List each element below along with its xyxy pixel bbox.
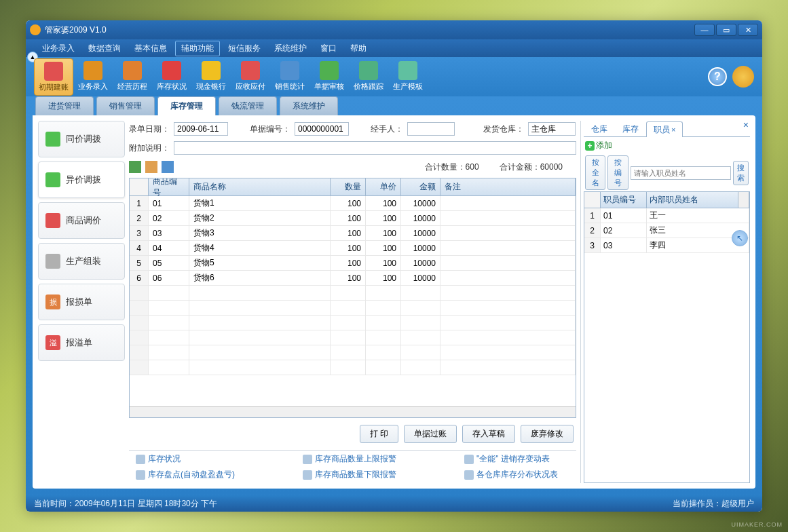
- action-row: 打 印 单据过账 存入草稿 废弃修改: [129, 421, 576, 447]
- main-tab-3[interactable]: 钱流管理: [219, 96, 277, 115]
- minimize-button[interactable]: —: [694, 24, 715, 36]
- grid-scrollbar[interactable]: [130, 406, 576, 417]
- menu-item-5[interactable]: 系统维护: [269, 41, 312, 56]
- help-button[interactable]: ?: [708, 67, 727, 86]
- main-tab-0[interactable]: 进货管理: [35, 96, 94, 115]
- grid-icon[interactable]: [129, 161, 141, 173]
- rp-col-index[interactable]: [584, 192, 601, 208]
- tab-close-icon[interactable]: ×: [671, 126, 675, 134]
- menu-item-7[interactable]: 帮助: [345, 41, 372, 56]
- col-code[interactable]: 商品编号: [149, 178, 189, 195]
- table-row[interactable]: 101货物110010010000: [130, 196, 576, 211]
- toolbar-button-9[interactable]: 生产模板: [388, 58, 428, 96]
- toolbar-icon: [320, 61, 339, 80]
- col-note[interactable]: 备注: [440, 178, 576, 195]
- table-row[interactable]: [130, 316, 576, 330]
- titlebar[interactable]: 管家婆2009 V1.0 — ▭ ✕: [26, 20, 762, 39]
- search-input[interactable]: [631, 166, 731, 180]
- sidebar-item-0[interactable]: 同价调拨: [38, 121, 125, 157]
- link-item[interactable]: "全能" 进销存变动表: [464, 453, 558, 465]
- rp-col-code[interactable]: 职员编号: [601, 192, 647, 208]
- sidebar-item-3[interactable]: 生产组装: [38, 243, 125, 280]
- staff-grid: 职员编号 内部职员姓名 101王一202张三303李四 ↖: [584, 191, 750, 483]
- grid-body[interactable]: 101货物110010010000202货物210010010000303货物3…: [130, 196, 576, 406]
- draft-button[interactable]: 存入草稿: [462, 425, 515, 443]
- toolbar-button-3[interactable]: 库存状况: [152, 58, 191, 96]
- handler-input[interactable]: [407, 122, 455, 136]
- table-row[interactable]: [130, 301, 576, 316]
- link-icon: [303, 470, 312, 480]
- sidebar-item-2[interactable]: 商品调价: [38, 202, 125, 239]
- date-input[interactable]: [174, 122, 228, 136]
- print-button[interactable]: 打 印: [360, 425, 398, 443]
- rp-tab-0[interactable]: 仓库: [584, 121, 615, 136]
- toolbar-button-6[interactable]: 销售统计: [270, 58, 309, 96]
- main-tabs: 进货管理销售管理库存管理钱流管理系统维护: [33, 96, 755, 115]
- toolbar-button-8[interactable]: 价格跟踪: [349, 58, 388, 96]
- menu-item-3[interactable]: 辅助功能: [175, 41, 220, 56]
- table-row[interactable]: [130, 286, 576, 301]
- toolbar-button-2[interactable]: 经营历程: [113, 58, 152, 96]
- link-item[interactable]: 各仓库库存分布状况表: [464, 469, 558, 480]
- staff-row[interactable]: 202张三: [584, 223, 749, 238]
- rp-col-name[interactable]: 内部职员姓名: [647, 192, 738, 208]
- table-row[interactable]: [130, 345, 576, 360]
- link-icon: [303, 455, 312, 464]
- sidebar-item-1[interactable]: 异价调拨: [38, 162, 125, 198]
- filter-fullname-button[interactable]: 按全名: [585, 155, 605, 190]
- rp-tab-1[interactable]: 库存: [615, 121, 646, 136]
- table-row[interactable]: 505货物510010010000: [130, 256, 576, 271]
- table-row[interactable]: 202货物210010010000: [130, 211, 576, 226]
- discard-button[interactable]: 废弃修改: [521, 425, 574, 443]
- toolbar-button-4[interactable]: 现金银行: [191, 58, 231, 96]
- filter-code-button[interactable]: 按编号: [607, 155, 628, 190]
- col-amount[interactable]: 金额: [401, 178, 440, 195]
- main-tab-2[interactable]: 库存管理: [157, 96, 216, 115]
- table-row[interactable]: [130, 330, 576, 345]
- menu-item-2[interactable]: 基本信息: [129, 41, 172, 56]
- table-row[interactable]: 606货物610010010000: [130, 271, 576, 286]
- col-index[interactable]: [130, 178, 149, 195]
- menu-item-6[interactable]: 窗口: [315, 41, 342, 56]
- toolbar-button-7[interactable]: 单据审核: [309, 58, 349, 96]
- table-row[interactable]: [130, 360, 576, 375]
- person-icon[interactable]: [162, 161, 174, 173]
- col-price[interactable]: 单价: [366, 178, 401, 195]
- sidebar-icon: [45, 254, 60, 269]
- staff-row[interactable]: 303李四: [584, 238, 749, 253]
- sidebar-item-4[interactable]: 损报损单: [38, 284, 125, 320]
- add-button[interactable]: + 添加: [585, 140, 612, 151]
- link-item[interactable]: 库存盘点(自动盘盈盘亏): [136, 469, 235, 480]
- rp-tab-2[interactable]: 职员 ×: [646, 121, 683, 137]
- panel-close-icon[interactable]: ×: [743, 119, 749, 130]
- search-button[interactable]: 搜索: [733, 161, 749, 185]
- menu-item-0[interactable]: 业务录入: [37, 41, 80, 56]
- maximize-button[interactable]: ▭: [716, 24, 736, 36]
- link-item[interactable]: 库存状况: [136, 453, 235, 465]
- building-icon[interactable]: [145, 161, 157, 173]
- close-button[interactable]: ✕: [738, 24, 758, 36]
- main-tab-1[interactable]: 销售管理: [96, 96, 155, 115]
- scroll-up-button[interactable]: ↖: [732, 230, 748, 246]
- main-tab-4[interactable]: 系统维护: [280, 96, 338, 115]
- filter-row: 按全名 按编号 搜索: [584, 154, 750, 191]
- toolbar-button-5[interactable]: 应收应付: [231, 58, 270, 96]
- table-row[interactable]: 303货物310010010000: [130, 226, 576, 241]
- mini-toolbar: 合计数量：600 合计金额：60000: [129, 159, 576, 175]
- staff-row[interactable]: 101王一: [584, 208, 749, 223]
- menu-item-4[interactable]: 短信服务: [223, 41, 266, 56]
- toolbar-button-1[interactable]: 业务录入: [73, 58, 113, 96]
- post-button[interactable]: 单据过账: [404, 425, 457, 443]
- rp-body[interactable]: 101王一202张三303李四: [584, 208, 749, 482]
- col-qty[interactable]: 数量: [331, 178, 366, 195]
- toolbar-button-0[interactable]: 初期建账: [34, 58, 73, 96]
- menu-item-1[interactable]: 数据查询: [83, 41, 126, 56]
- bill-input[interactable]: [295, 122, 349, 136]
- col-name[interactable]: 商品名称: [189, 178, 331, 195]
- link-item[interactable]: 库存商品数量下限报警: [303, 469, 396, 480]
- sidebar-item-5[interactable]: 溢报溢单: [38, 324, 125, 361]
- link-item[interactable]: 库存商品数量上限报警: [303, 453, 396, 465]
- table-row[interactable]: 404货物410010010000: [130, 241, 576, 256]
- warehouse-input[interactable]: [528, 122, 576, 136]
- note-input[interactable]: [174, 141, 576, 155]
